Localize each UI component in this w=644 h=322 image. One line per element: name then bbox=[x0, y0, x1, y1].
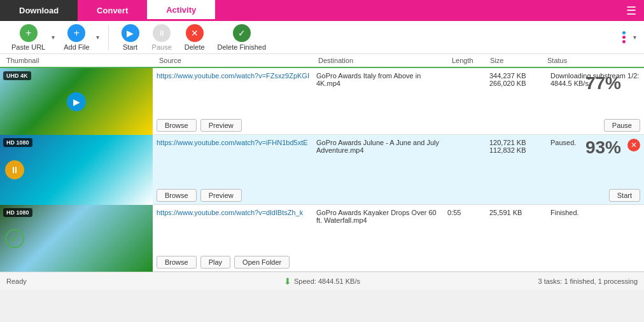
table-row: HD 1080 ⏸ https://www.youtube.com/watch?… bbox=[0, 135, 644, 205]
source-url: https://www.youtube.com/watch?v=FZsxz9Zp… bbox=[157, 72, 312, 80]
destination-file: GoPro Awards Italy from Above in 4K.mp4 bbox=[316, 72, 444, 87]
delete-finished-button[interactable]: ✓ Delete Finished bbox=[213, 23, 271, 52]
table-row: HD 1080 ✓ https://www.youtube.com/watch?… bbox=[0, 205, 644, 272]
status-tasks: 3 tasks: 1 finished, 1 processing bbox=[427, 277, 638, 285]
column-headers: Thumbnail Source Destination Length Size… bbox=[0, 54, 644, 68]
right-actions: Start bbox=[609, 189, 640, 202]
source-url: https://www.youtube.com/watch?v=dldIBtsZ… bbox=[157, 209, 312, 216]
add-file-dropdown[interactable]: ▾ bbox=[95, 34, 101, 41]
col-header-thumbnail: Thumbnail bbox=[6, 57, 159, 64]
status-text: Finished. bbox=[550, 209, 640, 216]
file-size: 344,237 KB 266,020 KB bbox=[489, 72, 547, 87]
row-info: https://www.youtube.com/watch?v=iFHN1bd5… bbox=[153, 135, 644, 204]
pause-row-button[interactable]: Pause bbox=[604, 119, 640, 132]
add-file-button[interactable]: + Add File bbox=[59, 23, 94, 52]
row-actions: Browse Play Open Folder bbox=[157, 253, 640, 269]
browse-button[interactable]: Browse bbox=[157, 256, 197, 269]
dot-1 bbox=[622, 31, 626, 34]
row-top-section: https://www.youtube.com/watch?v=iFHN1bd5… bbox=[157, 139, 640, 154]
row-info: https://www.youtube.com/watch?v=dldIBtsZ… bbox=[153, 205, 644, 271]
more-options-dots[interactable] bbox=[616, 30, 632, 45]
download-speed-icon: ⬇ bbox=[284, 276, 291, 286]
table-row: UHD 4K ▶ https://www.youtube.com/watch?v… bbox=[0, 68, 644, 135]
status-ready: Ready bbox=[6, 277, 217, 285]
browse-button[interactable]: Browse bbox=[157, 189, 197, 202]
menu-button[interactable]: ☰ bbox=[619, 0, 644, 21]
col-header-source: Source bbox=[159, 57, 318, 64]
row-thumbnail: HD 1080 ⏸ bbox=[0, 135, 153, 205]
preview-button[interactable]: Preview bbox=[200, 119, 242, 132]
file-length: 0:55 bbox=[447, 209, 486, 216]
start-button[interactable]: ▶ Start bbox=[116, 23, 144, 52]
status-speed: ⬇ Speed: 4844.51 KB/s bbox=[217, 276, 428, 286]
tab-convert[interactable]: Convert bbox=[78, 0, 147, 21]
row-thumbnail: UHD 4K ▶ bbox=[0, 68, 153, 135]
status-text: Paused. ✕ 93% bbox=[550, 139, 640, 151]
paste-url-dropdown[interactable]: ▾ bbox=[50, 34, 56, 41]
toolbar: + Paste URL ▾ + Add File ▾ ▶ Start ⏸ Pau… bbox=[0, 21, 644, 54]
tab-download[interactable]: Download bbox=[0, 0, 78, 21]
paste-url-icon: + bbox=[20, 24, 38, 42]
toolbar-divider-1 bbox=[108, 25, 109, 50]
row-top-section: https://www.youtube.com/watch?v=FZsxz9Zp… bbox=[157, 72, 640, 87]
dot-3 bbox=[622, 40, 626, 43]
quality-badge: UHD 4K bbox=[3, 71, 31, 80]
tab-activity[interactable]: Activity bbox=[147, 0, 215, 21]
destination-file: GoPro Awards Kayaker Drops Over 60 ft. W… bbox=[316, 209, 444, 224]
open-folder-button[interactable]: Open Folder bbox=[234, 256, 290, 269]
source-url: https://www.youtube.com/watch?v=iFHN1bd5… bbox=[157, 139, 312, 146]
col-header-size: Size bbox=[490, 57, 547, 64]
file-size: 120,721 KB 112,832 KB bbox=[489, 139, 547, 154]
status-text: Downloading substream 1/2: 4844.5 KB/s 7… bbox=[550, 72, 640, 87]
delete-button[interactable]: ✕ Delete bbox=[179, 23, 210, 52]
paste-url-group: + Paste URL ▾ bbox=[6, 23, 56, 52]
right-actions: Pause bbox=[604, 119, 640, 132]
pause-icon[interactable]: ⏸ bbox=[5, 160, 24, 179]
play-button[interactable]: Play bbox=[200, 256, 230, 269]
tab-spacer bbox=[215, 0, 619, 21]
status-bar: Ready ⬇ Speed: 4844.51 KB/s 3 tasks: 1 f… bbox=[0, 272, 644, 290]
more-options-dropdown[interactable]: ▾ bbox=[632, 34, 638, 41]
start-row-button[interactable]: Start bbox=[609, 189, 640, 202]
tab-bar: Download Convert Activity ☰ bbox=[0, 0, 644, 21]
dot-2 bbox=[622, 36, 626, 39]
paste-url-button[interactable]: + Paste URL bbox=[6, 23, 50, 52]
row-actions: Browse Preview Pause bbox=[157, 116, 640, 132]
delete-icon: ✕ bbox=[186, 24, 204, 42]
start-icon: ▶ bbox=[122, 24, 139, 42]
delete-finished-icon: ✓ bbox=[233, 24, 251, 42]
add-file-group: + Add File ▾ bbox=[59, 23, 100, 52]
row-top-section: https://www.youtube.com/watch?v=dldIBtsZ… bbox=[157, 209, 640, 224]
quality-badge: HD 1080 bbox=[3, 138, 32, 147]
progress-percent: 77% bbox=[585, 73, 621, 94]
row-thumbnail: HD 1080 ✓ bbox=[0, 205, 153, 272]
close-button[interactable]: ✕ bbox=[627, 139, 640, 151]
file-size: 25,591 KB bbox=[489, 209, 547, 216]
col-header-destination: Destination bbox=[318, 57, 452, 64]
row-info: https://www.youtube.com/watch?v=FZsxz9Zp… bbox=[153, 68, 644, 134]
add-file-icon: + bbox=[67, 24, 85, 42]
col-header-status: Status bbox=[547, 57, 638, 64]
col-header-length: Length bbox=[452, 57, 490, 64]
destination-file: GoPro Awards Julune - A June and July Ad… bbox=[316, 139, 444, 154]
quality-badge: HD 1080 bbox=[3, 208, 32, 217]
browse-button[interactable]: Browse bbox=[157, 119, 197, 132]
play-icon[interactable]: ▶ bbox=[67, 92, 86, 111]
pause-button[interactable]: ⏸ Pause bbox=[147, 23, 177, 52]
check-icon: ✓ bbox=[5, 229, 24, 248]
progress-percent: 93% bbox=[585, 137, 621, 158]
preview-button[interactable]: Preview bbox=[200, 189, 242, 202]
row-actions: Browse Preview Start bbox=[157, 186, 640, 202]
more-options-group: ▾ bbox=[616, 30, 638, 45]
pause-icon: ⏸ bbox=[153, 24, 171, 42]
